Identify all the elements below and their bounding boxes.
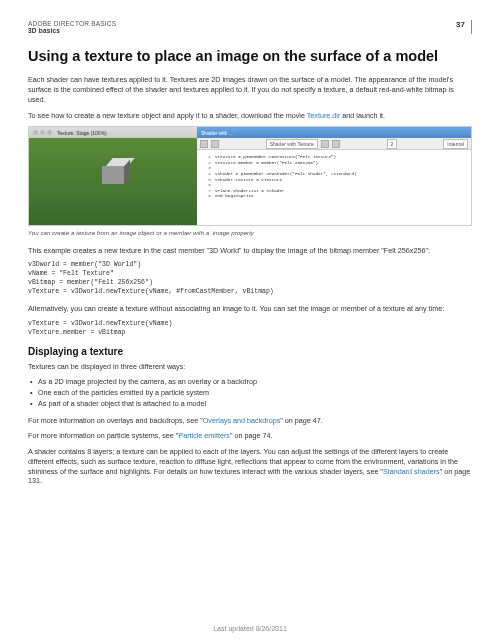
- code-line: end beginSprite: [215, 193, 254, 199]
- window-button-icon: [40, 130, 45, 135]
- p7-prefix: For more information on particle systems…: [28, 431, 178, 440]
- script-editor[interactable]: 1vTexture = p3DMember.newTexture("Felt T…: [197, 150, 471, 225]
- script-titlebar: Shader with ...: [197, 127, 471, 138]
- code-block-2: vTexture = v3Dworld.newTexture(vName) vT…: [28, 320, 472, 338]
- stage-window: Texture: Stage (100%): [29, 127, 197, 225]
- header-breadcrumb: ADOBE DIRECTOR BASICS 3D basics: [28, 20, 116, 34]
- script-toolbar: Shader with Texture 2 Internal: [197, 138, 471, 150]
- page-number: 37: [456, 20, 465, 29]
- alt-paragraph: Alternatively, you can create a texture …: [28, 304, 472, 314]
- nav-next-icon[interactable]: [332, 140, 340, 148]
- texture-dir-link[interactable]: Texture.dir: [307, 111, 341, 120]
- figure-caption: You can create a texture from an image o…: [28, 229, 472, 237]
- p6-suffix: " on page 47.: [280, 416, 323, 425]
- download-paragraph: To see how to create a new texture objec…: [28, 111, 472, 121]
- particles-link[interactable]: Particle emitters: [178, 431, 230, 440]
- intro-paragraph: Each shader can have textures applied to…: [28, 75, 472, 104]
- code-block-1: v3Dworld = member("3D World") vName = "F…: [28, 261, 472, 296]
- code-line: vTexture.member = member("Felt 256x256"): [215, 160, 318, 166]
- page-header: ADOBE DIRECTOR BASICS 3D basics 37: [28, 20, 472, 34]
- stage-titlebar: Texture: Stage (100%): [29, 127, 197, 138]
- p2-prefix: To see how to create a new texture objec…: [28, 111, 307, 120]
- header-line1: ADOBE DIRECTOR BASICS: [28, 20, 116, 27]
- cube-top-face: [106, 158, 135, 166]
- window-button-icon: [33, 130, 38, 135]
- script-name-field[interactable]: Shader with Texture: [266, 139, 318, 149]
- cast-lib-field[interactable]: Internal: [443, 139, 468, 149]
- toolbar-icon[interactable]: [200, 140, 208, 148]
- cube-front-face: [102, 166, 124, 184]
- overlays-link[interactable]: Overlays and backdrops: [203, 416, 281, 425]
- stage-viewport: [29, 138, 197, 225]
- shader-layers-paragraph: A shader contains 8 layers; a texture ca…: [28, 447, 472, 486]
- list-item: As a 2D image projected by the camera, a…: [28, 377, 472, 388]
- nav-prev-icon[interactable]: [321, 140, 329, 148]
- model-cube: [102, 162, 124, 184]
- standard-shaders-link[interactable]: Standard shaders: [383, 467, 440, 476]
- bullet-list: As a 2D image projected by the camera, a…: [28, 377, 472, 409]
- display-intro: Textures can be displayed in three diffe…: [28, 362, 472, 372]
- window-button-icon: [47, 130, 52, 135]
- p6-prefix: For more information on overlays and bac…: [28, 416, 203, 425]
- toolbar-icon[interactable]: [211, 140, 219, 148]
- section-heading: Displaying a texture: [28, 346, 472, 357]
- code-line: vShader.texture = vTexture: [215, 177, 282, 183]
- p2-suffix: and launch it.: [340, 111, 385, 120]
- embedded-screenshot: Texture: Stage (100%) Shader with ... Sh…: [28, 126, 472, 226]
- p7-suffix: " on page 74.: [230, 431, 273, 440]
- cast-number-field[interactable]: 2: [387, 139, 397, 149]
- script-window: Shader with ... Shader with Texture 2 In…: [197, 127, 471, 225]
- page-title: Using a texture to place an image on the…: [28, 48, 472, 65]
- particles-ref: For more information on particle systems…: [28, 431, 472, 441]
- header-line2: 3D basics: [28, 27, 116, 34]
- list-item: One each of the particles emitted by a p…: [28, 388, 472, 399]
- example-intro: This example creates a new texture in th…: [28, 246, 472, 256]
- overlays-ref: For more information on overlays and bac…: [28, 416, 472, 426]
- footer-updated: Last updated 8/26/2011: [0, 625, 500, 632]
- list-item: As part of a shader object that is attac…: [28, 399, 472, 410]
- stage-title-text: Texture: Stage (100%): [57, 130, 107, 136]
